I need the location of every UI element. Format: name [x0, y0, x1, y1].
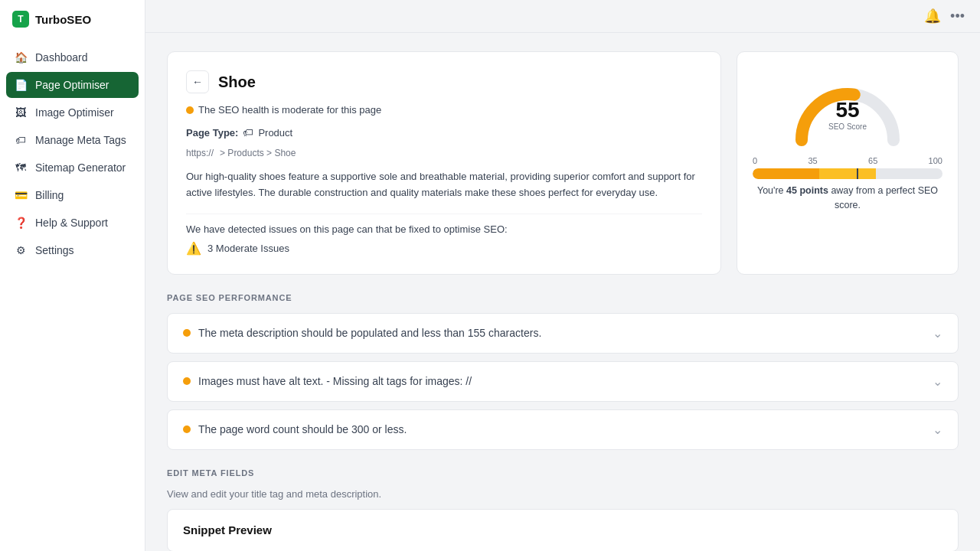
score-bar-fill-orange: [819, 168, 876, 179]
bar-label-65: 65: [868, 156, 877, 165]
sidebar-item-billing[interactable]: 💳 Billing: [6, 182, 139, 208]
score-message: You're 45 points away from a perfect SEO…: [753, 184, 942, 213]
page-type-row: Page Type: 🏷 Product: [186, 126, 702, 139]
sitemap-icon: 🗺: [14, 161, 28, 174]
sidebar-item-label: Billing: [35, 189, 64, 201]
perf-item-text: The page word count should be 300 or les…: [198, 423, 407, 435]
billing-icon: 💳: [14, 188, 28, 202]
perf-item-left: The page word count should be 300 or les…: [183, 423, 407, 435]
app-name: TurboSEO: [35, 13, 91, 26]
warning-dot-icon: [183, 377, 191, 385]
url-row: https:// > Products > Shoe: [186, 148, 702, 158]
score-marker: [857, 168, 858, 179]
score-message-points: 45 points: [786, 185, 828, 196]
page-title: Shoe: [218, 73, 256, 91]
top-cards-row: ← Shoe The SEO health is moderate for th…: [167, 51, 959, 275]
perf-item-left: The meta description should be populated…: [183, 327, 541, 339]
page-url: https://: [186, 148, 214, 158]
edit-meta-section: EDIT META FIELDS View and edit your titl…: [167, 468, 959, 551]
gauge-chart: 55 SEO Score: [786, 67, 909, 144]
sidebar-item-dashboard[interactable]: 🏠 Dashboard: [6, 44, 139, 70]
logo-icon: T: [12, 11, 29, 28]
image-optimiser-icon: 🖼: [14, 106, 28, 119]
warning-dot-icon: [183, 425, 191, 433]
sidebar-item-sitemap-generator[interactable]: 🗺 Sitemap Generator: [6, 155, 139, 181]
content-area: ← Shoe The SEO health is moderate for th…: [145, 33, 980, 551]
sidebar-item-label: Dashboard: [35, 51, 88, 64]
more-options-icon[interactable]: •••: [950, 8, 965, 24]
perf-item-word-count[interactable]: The page word count should be 300 or les…: [167, 409, 959, 450]
score-message-suffix: away from a perfect SEO score.: [828, 185, 938, 210]
card-header: ← Shoe: [186, 70, 702, 93]
edit-meta-description: View and edit your title tag and meta de…: [167, 488, 959, 500]
sidebar-item-label: Sitemap Generator: [35, 161, 126, 174]
edit-meta-header: EDIT META FIELDS: [167, 468, 959, 478]
bar-label-35: 35: [808, 156, 817, 165]
sidebar-item-label: Manage Meta Tags: [35, 134, 126, 146]
page-type-value: Product: [258, 127, 292, 139]
seo-score-value: 55: [828, 99, 867, 121]
score-bar-track: [753, 168, 942, 179]
page-description: Our high-quality shoes feature a support…: [186, 169, 702, 201]
meta-tags-icon: 🏷: [14, 133, 28, 147]
sidebar-item-settings[interactable]: ⚙ Settings: [6, 237, 139, 263]
perf-item-text: Images must have alt text. - Missing alt…: [198, 375, 472, 387]
score-message-prefix: You're: [757, 185, 786, 196]
settings-icon: ⚙: [14, 243, 28, 257]
score-bar-labels: 0 35 65 100: [753, 156, 942, 165]
sidebar: T TurboSEO 🏠 Dashboard 📄 Page Optimiser …: [0, 0, 145, 551]
chevron-down-icon: ⌄: [933, 374, 942, 389]
score-bar-fill-red: [753, 168, 819, 179]
perf-item-left: Images must have alt text. - Missing alt…: [183, 375, 472, 387]
notification-icon[interactable]: 🔔: [924, 8, 941, 24]
issues-intro: We have detected issues on this page can…: [186, 223, 702, 235]
tag-icon: 🏷: [243, 126, 253, 139]
perf-item-text: The meta description should be populated…: [198, 327, 541, 339]
bar-label-0: 0: [753, 156, 757, 165]
issue-item: ⚠️ 3 Moderate Issues: [186, 241, 702, 256]
health-badge: The SEO health is moderate for this page: [186, 104, 702, 116]
page-optimiser-icon: 📄: [14, 78, 28, 92]
snippet-preview-card: Snippet Preview: [167, 509, 959, 551]
perf-item-meta-desc[interactable]: The meta description should be populated…: [167, 313, 959, 354]
chevron-down-icon: ⌄: [933, 422, 942, 437]
help-icon: ❓: [14, 216, 28, 230]
bar-label-100: 100: [929, 156, 942, 165]
performance-section-header: PAGE SEO PERFORMANCE: [167, 293, 959, 302]
dashboard-icon: 🏠: [14, 51, 28, 64]
breadcrumb: > Products > Shoe: [220, 148, 296, 158]
main-area: 🔔 ••• ← Shoe The SEO health is moderate …: [145, 0, 980, 551]
issues-section: We have detected issues on this page can…: [186, 214, 702, 256]
sidebar-item-manage-meta-tags[interactable]: 🏷 Manage Meta Tags: [6, 127, 139, 153]
sidebar-item-label: Help & Support: [35, 217, 108, 229]
seo-score-label: SEO Score: [828, 122, 867, 131]
sidebar-item-page-optimiser[interactable]: 📄 Page Optimiser: [6, 72, 139, 98]
app-logo: T TurboSEO: [0, 0, 145, 38]
back-button[interactable]: ←: [186, 70, 209, 93]
gauge-text: 55 SEO Score: [828, 99, 867, 131]
health-dot-icon: [186, 106, 194, 114]
sidebar-item-label: Page Optimiser: [35, 79, 109, 91]
warning-dot-icon: [183, 329, 191, 337]
snippet-preview-title: Snippet Preview: [183, 523, 272, 536]
topbar: 🔔 •••: [145, 0, 980, 33]
page-info-card: ← Shoe The SEO health is moderate for th…: [167, 51, 721, 275]
score-bar-section: 0 35 65 100 You're 45 points away from a…: [753, 156, 942, 213]
perf-item-alt-text[interactable]: Images must have alt text. - Missing alt…: [167, 361, 959, 402]
sidebar-item-help-support[interactable]: ❓ Help & Support: [6, 210, 139, 236]
chevron-down-icon: ⌄: [933, 326, 942, 341]
issues-count: 3 Moderate Issues: [207, 243, 289, 254]
page-type-label: Page Type:: [186, 127, 238, 139]
seo-score-card: 55 SEO Score 0 35 65 100: [737, 51, 959, 275]
health-text: The SEO health is moderate for this page: [198, 104, 381, 116]
sidebar-item-label: Settings: [35, 244, 74, 256]
sidebar-item-image-optimiser[interactable]: 🖼 Image Optimiser: [6, 99, 139, 126]
sidebar-nav: 🏠 Dashboard 📄 Page Optimiser 🖼 Image Opt…: [0, 38, 145, 539]
sidebar-item-label: Image Optimiser: [35, 106, 114, 119]
warning-icon: ⚠️: [186, 241, 201, 256]
